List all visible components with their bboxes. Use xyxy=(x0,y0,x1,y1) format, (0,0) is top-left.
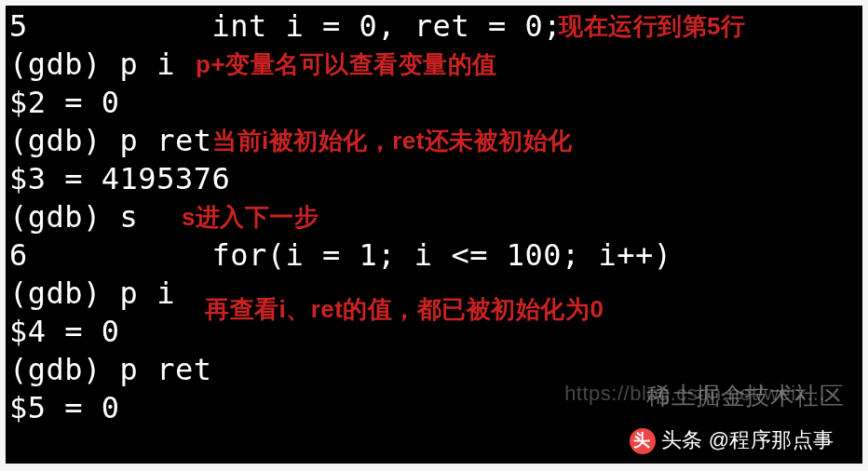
code-line: 6 for(i = 1; i <= 100; i++) xyxy=(9,236,859,275)
terminal-text: $3 = 4195376 xyxy=(9,161,230,196)
terminal-text: (gdb) p ret xyxy=(9,352,211,387)
code-line: (gdb) p ret当前i被初始化，ret还未被初始化 xyxy=(9,122,859,160)
code-line: $4 = 0再查看i、ret的值，都已被初始化为0 xyxy=(9,313,859,351)
annotation-step: s进入下一步 xyxy=(182,202,319,234)
code-line: (gdb) p ip+变量名可以查看变量的值 xyxy=(9,46,859,84)
terminal-text: (gdb) p i xyxy=(9,47,175,82)
annotation-recheck: 再查看i、ret的值，都已被初始化为0 xyxy=(205,294,604,326)
code-line: $2 = 0 xyxy=(9,84,859,122)
terminal-text: 6 for(i = 1; i <= 100; i++) xyxy=(9,237,672,273)
annotation-init-status: 当前i被初始化，ret还未被初始化 xyxy=(212,126,573,157)
terminal-text: $2 = 0 xyxy=(9,85,120,120)
terminal-text: 5 int i = 0, ret = 0; xyxy=(9,8,562,44)
footer-attribution: 头 头条 @程序那点事 xyxy=(630,427,834,454)
toutiao-icon: 头 xyxy=(630,428,656,454)
terminal-text: $4 = 0 xyxy=(9,314,120,349)
code-line: (gdb) ss进入下一步 xyxy=(9,198,859,236)
watermark-juejin: 稀土掘金技术社区 xyxy=(646,381,844,412)
footer-author: @程序那点事 xyxy=(709,427,834,454)
terminal-text: (gdb) p i xyxy=(9,276,175,311)
footer-prefix: 头条 xyxy=(661,427,703,454)
code-line: 5 int i = 0, ret = 0;现在运行到第5行 xyxy=(9,7,859,46)
annotation-p-variable: p+变量名可以查看变量的值 xyxy=(196,49,497,81)
terminal-text: (gdb) p ret xyxy=(9,123,211,158)
annotation-run-line5: 现在运行到第5行 xyxy=(559,11,745,43)
terminal-window: 5 int i = 0, ret = 0;现在运行到第5行 (gdb) p ip… xyxy=(6,6,862,464)
code-line: $3 = 4195376 xyxy=(9,160,859,198)
terminal-text: (gdb) s xyxy=(9,199,138,235)
terminal-text: $5 = 0 xyxy=(9,390,120,425)
